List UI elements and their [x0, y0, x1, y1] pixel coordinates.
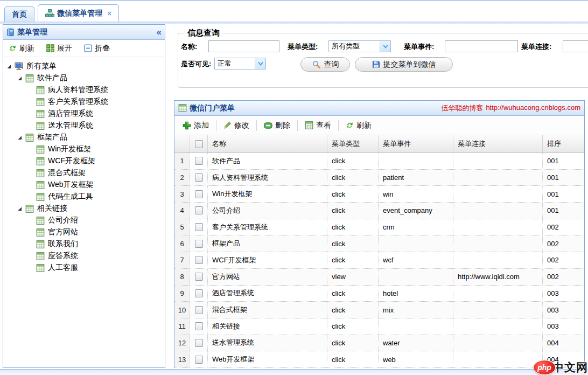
blog-url-link[interactable]: http://wuhuacong.cnblogs.com	[486, 103, 580, 113]
table-row[interactable]: 1软件产品click001	[174, 153, 584, 170]
tree-node-label: 酒店管理系统	[48, 109, 93, 119]
tab-wechat-menu-management[interactable]: 微信菜单管理 ×	[38, 4, 119, 22]
query-button[interactable]: 查询	[300, 57, 350, 72]
panel-collapse-icon[interactable]: «	[157, 29, 162, 36]
table-icon	[36, 169, 46, 177]
table-row[interactable]: 4公司介绍clickevent_company001	[174, 203, 584, 219]
row-checkbox[interactable]	[195, 206, 203, 214]
view-button[interactable]: 查看	[300, 119, 336, 132]
cell-name: 框架产品	[208, 235, 327, 252]
delete-icon	[264, 122, 272, 129]
header-type[interactable]: 菜单类型	[327, 135, 379, 152]
tree-node[interactable]: Web开发框架	[4, 179, 164, 191]
cell-menu-link	[453, 286, 543, 302]
tree-node[interactable]: 所有菜单	[4, 60, 164, 72]
menu-event-input[interactable]	[445, 40, 518, 52]
cell-name: WCF开发框架	[208, 252, 327, 268]
menu-type-select[interactable]: 所有类型	[328, 40, 391, 52]
tree-node[interactable]: 框架产品	[4, 131, 164, 143]
select-all-checkbox[interactable]	[195, 140, 203, 148]
tree-node[interactable]: 代码生成工具	[4, 191, 164, 203]
tree-expand-arrow-icon[interactable]	[17, 76, 25, 81]
tree-node-label: 公司介绍	[48, 216, 78, 225]
row-checkbox[interactable]	[195, 273, 203, 281]
header-sort[interactable]: 排序	[543, 135, 584, 152]
cell-menu-event	[379, 153, 453, 169]
table-row[interactable]: 13Web开发框架clickweb004	[174, 351, 584, 368]
table-row[interactable]: 10混合式框架clickmix003	[174, 302, 584, 318]
cell-sort: 003	[543, 286, 584, 302]
row-checkbox[interactable]	[195, 173, 203, 182]
submit-menu-button[interactable]: 提交菜单到微信	[355, 57, 453, 72]
tree-node[interactable]: 客户关系管理系统	[4, 96, 164, 108]
header-link[interactable]: 菜单连接	[453, 135, 543, 152]
collapse-all-button[interactable]: 折叠	[84, 44, 110, 53]
row-checkbox-cell	[190, 302, 208, 318]
row-checkbox[interactable]	[195, 190, 203, 198]
tree-node[interactable]: 联系我们	[4, 238, 164, 250]
tree-node[interactable]: 官方网站	[4, 226, 164, 238]
tree-node-label: 客户关系管理系统	[48, 97, 108, 107]
row-checkbox[interactable]	[195, 356, 203, 364]
cell-menu-type: click	[327, 351, 379, 367]
cell-sort: 001	[543, 153, 584, 169]
tree-node[interactable]: 人工客服	[4, 262, 164, 274]
row-checkbox[interactable]	[195, 306, 203, 314]
name-label: 名称:	[181, 41, 197, 53]
table-row[interactable]: 2病人资料管理系统clickpatient001	[174, 170, 584, 186]
row-checkbox[interactable]	[195, 223, 203, 231]
table-row[interactable]: 12送水管理系统clickwater004	[174, 335, 584, 352]
row-checkbox-cell	[190, 219, 208, 235]
chevron-down-icon[interactable]	[255, 58, 265, 69]
table-row[interactable]: 7WCF开发框架clickwcf002	[174, 252, 584, 269]
tree-node[interactable]: 软件产品	[4, 72, 164, 84]
row-checkbox[interactable]	[195, 289, 203, 297]
refresh-button[interactable]: 刷新	[341, 119, 376, 132]
visible-select[interactable]: 正常	[214, 58, 266, 70]
row-checkbox[interactable]	[195, 256, 203, 264]
tree-node[interactable]: 病人资料管理系统	[4, 84, 164, 96]
toolbar-button-label: 查看	[316, 121, 331, 130]
refresh-button[interactable]: 刷新	[9, 44, 34, 53]
tree-node[interactable]: 酒店管理系统	[4, 108, 164, 120]
edit-button[interactable]: 修改	[219, 119, 254, 132]
row-checkbox-cell	[190, 170, 208, 186]
row-checkbox[interactable]	[195, 157, 203, 165]
tree-node[interactable]: 应答系统	[4, 250, 164, 262]
table-row[interactable]: 3Win开发框架clickwin001	[174, 186, 584, 203]
row-checkbox[interactable]	[195, 322, 203, 330]
tree-node[interactable]: 相关链接	[4, 203, 164, 214]
tree-node[interactable]: 公司介绍	[4, 214, 164, 226]
tree-expand-arrow-icon[interactable]	[17, 135, 25, 140]
delete-button[interactable]: 删除	[259, 119, 295, 132]
tab-close-icon[interactable]: ×	[107, 9, 111, 18]
add-button[interactable]: 添加	[178, 119, 214, 132]
menu-link-input[interactable]	[563, 40, 588, 52]
table-row[interactable]: 11相关链接click003	[174, 318, 584, 335]
tree-node[interactable]: 混合式框架	[4, 167, 164, 179]
chevron-down-icon[interactable]	[380, 41, 390, 52]
header-name[interactable]: 名称	[208, 135, 327, 152]
table-row[interactable]: 5客户关系管理系统clickcrm002	[174, 219, 584, 236]
view-icon	[305, 121, 313, 129]
header-event[interactable]: 菜单事件	[379, 135, 453, 152]
table-row[interactable]: 9酒店管理系统clickhotel003	[174, 286, 584, 302]
cell-menu-event: crm	[379, 219, 453, 235]
tree-expand-arrow-icon[interactable]	[6, 64, 15, 69]
tree-node[interactable]: WCF开发框架	[4, 155, 164, 167]
row-checkbox[interactable]	[195, 339, 203, 347]
table-icon	[36, 110, 46, 118]
row-checkbox[interactable]	[195, 240, 203, 248]
tree-node-label: 送水管理系统	[48, 121, 93, 130]
table-row[interactable]: 6框架产品click002	[174, 235, 584, 252]
table-row[interactable]: 8官方网站viewhttp://www.iqidi.com002	[174, 269, 584, 286]
tab-home[interactable]: 首页	[4, 6, 34, 22]
name-input[interactable]	[208, 40, 279, 52]
tree-node[interactable]: 送水管理系统	[4, 120, 164, 131]
tree-node-label: 框架产品	[37, 133, 67, 142]
query-legend: 信息查询	[185, 28, 222, 38]
expand-all-button[interactable]: 展开	[46, 44, 72, 53]
tree-toolbar: 刷新展开折叠	[3, 40, 165, 57]
tree-node[interactable]: Win开发框架	[4, 143, 164, 155]
tree-expand-arrow-icon[interactable]	[17, 206, 25, 211]
